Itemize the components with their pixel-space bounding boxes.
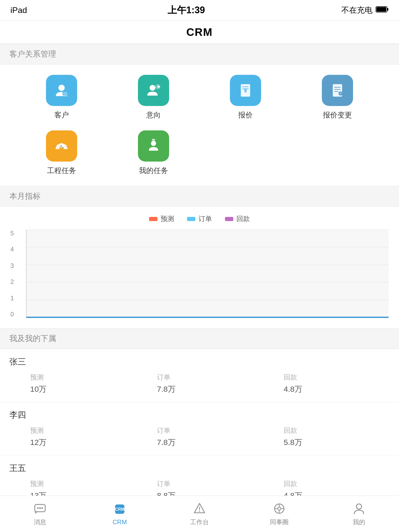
quote-change-label: 报价变更 (323, 110, 352, 120)
tab-crm-label: CRM (112, 518, 127, 526)
icon-intention[interactable]: ★ 意向 (108, 75, 200, 120)
y-label-0: 0 (10, 311, 14, 318)
legend-order: 订单 (187, 214, 212, 223)
svg-text:¥: ¥ (244, 87, 247, 94)
icon-customer[interactable]: 客户 (16, 75, 108, 120)
chart-area (26, 230, 389, 318)
svg-point-4 (58, 85, 65, 91)
y-label-2: 2 (10, 278, 14, 285)
mine-icon (352, 502, 366, 515)
svg-text:CRM: CRM (115, 507, 124, 511)
stat-value-0-0: 10万 (30, 384, 46, 395)
tab-mine-label: 我的 (353, 518, 365, 526)
engineering-label: 工程任务 (47, 166, 76, 176)
stat-value-0-2: 4.8万 (284, 384, 302, 395)
svg-text:★: ★ (157, 84, 161, 89)
chart-section: 预测 订单 回款 5 4 3 2 1 0 (0, 207, 399, 328)
icon-quote-change[interactable]: ✓ 报价变更 (291, 75, 383, 120)
stat-col-1-1: 订单 7.8万 (136, 426, 263, 448)
stat-label-1-1: 订单 (157, 426, 170, 435)
stat-col-0-1: 订单 7.8万 (136, 373, 263, 395)
grid-line-1 (26, 300, 389, 300)
section-subordinates-header: 我及我的下属 (0, 328, 399, 349)
icon-my-tasks[interactable]: 我的任务 (108, 130, 200, 176)
subordinates-section: 张三 预测 10万 订单 7.8万 回款 4.8万 李四 (0, 349, 399, 509)
nav-title: CRM (186, 26, 213, 38)
person-name-2: 王五 (9, 463, 390, 474)
tab-colleagues[interactable]: 同事圈 (240, 502, 319, 526)
tab-colleagues-label: 同事圈 (270, 518, 289, 526)
status-bar: iPad 上午1:39 不在充电 (0, 0, 399, 21)
section-crm-header: 客户关系管理 (0, 44, 399, 64)
svg-point-7 (150, 85, 155, 91)
chart-legend: 预测 订单 回款 (10, 214, 389, 223)
y-label-4: 4 (10, 246, 14, 253)
legend-forecast-label: 预测 (161, 214, 174, 223)
svg-point-28 (41, 507, 43, 509)
tab-messages[interactable]: 消息 (0, 502, 80, 526)
stat-label-0-2: 回款 (284, 373, 297, 382)
customer-label: 客户 (54, 110, 69, 120)
icon-engineering[interactable]: 🔧 工程任务 (16, 130, 108, 176)
grid-line-4 (26, 247, 389, 247)
customer-icon-box (46, 75, 77, 106)
person-block-0: 张三 预测 10万 订单 7.8万 回款 4.8万 (0, 349, 399, 402)
svg-point-26 (37, 507, 39, 509)
tab-workbench[interactable]: 工作台 (159, 502, 239, 526)
svg-text:🔧: 🔧 (60, 145, 64, 149)
stat-label-0-1: 订单 (157, 373, 170, 382)
device-label: iPad (10, 5, 27, 15)
colleagues-icon (272, 502, 286, 515)
svg-point-27 (39, 507, 41, 509)
stat-col-1-2: 回款 5.8万 (263, 426, 390, 448)
person-stats-0: 预测 10万 订单 7.8万 回款 4.8万 (9, 373, 390, 395)
svg-text:✓: ✓ (339, 92, 342, 95)
legend-payment-dot (225, 217, 233, 221)
grid-line-2 (26, 282, 389, 282)
tab-crm[interactable]: CRM CRM (80, 502, 159, 526)
icon-quote[interactable]: ¥ 报价 (200, 75, 291, 120)
status-right: 不在充电 (341, 5, 389, 16)
intention-icon-box: ★ (138, 75, 169, 106)
stat-value-1-1: 7.8万 (157, 437, 176, 448)
legend-order-dot (187, 217, 195, 221)
status-time: 上午1:39 (168, 4, 205, 17)
legend-forecast-dot (149, 217, 157, 221)
person-name-0: 张三 (9, 356, 390, 368)
stat-label-0-0: 预测 (30, 373, 44, 382)
intention-label: 意向 (146, 110, 161, 120)
quote-change-icon-box: ✓ (322, 75, 353, 106)
grid-line-3 (26, 265, 389, 265)
quote-label: 报价 (238, 110, 253, 120)
person-name-1: 李四 (9, 409, 390, 421)
person-block-1: 李四 预测 12万 订单 7.8万 回款 5.8万 (0, 402, 399, 455)
stat-label-2-1: 订单 (157, 479, 170, 488)
nav-bar: CRM (0, 21, 399, 44)
chart-grid (26, 230, 389, 317)
svg-point-32 (199, 511, 200, 512)
workbench-icon (193, 502, 206, 515)
stat-label-1-2: 回款 (284, 426, 297, 435)
tab-mine[interactable]: 我的 (319, 502, 399, 526)
section-monthly-header: 本月指标 (0, 186, 399, 207)
stat-label-2-2: 回款 (284, 479, 297, 488)
my-tasks-icon-box (138, 130, 169, 162)
messages-icon (33, 502, 47, 515)
svg-rect-2 (387, 8, 388, 11)
main-content: 客户关系管理 客户 (0, 44, 399, 532)
grid-line-5 (26, 230, 389, 230)
engineering-icon-box: 🔧 (46, 130, 77, 162)
stat-col-1-0: 预测 12万 (9, 426, 136, 448)
legend-payment-label: 回款 (236, 214, 250, 223)
stat-label-1-0: 预测 (30, 426, 44, 435)
legend-payment: 回款 (225, 214, 250, 223)
stat-col-0-2: 回款 4.8万 (263, 373, 390, 395)
tab-workbench-label: 工作台 (190, 518, 209, 526)
y-label-3: 3 (10, 262, 14, 269)
battery-icon (376, 6, 389, 15)
stat-label-2-0: 预测 (30, 479, 44, 488)
svg-rect-6 (63, 92, 67, 95)
my-tasks-label: 我的任务 (139, 166, 168, 176)
chart-baseline (26, 317, 389, 317)
stat-value-0-1: 7.8万 (157, 384, 176, 395)
